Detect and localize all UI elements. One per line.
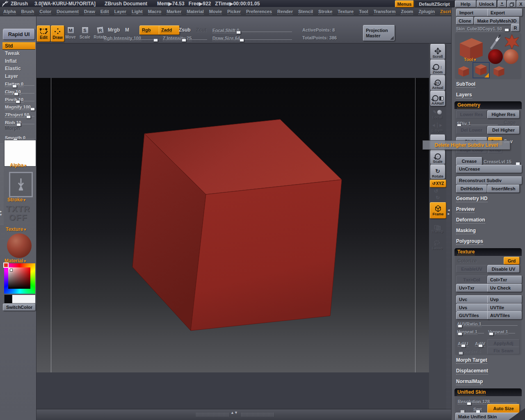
tool-recent-cube-2[interactable]	[491, 65, 506, 78]
rapid-ui-button[interactable]: Rapid UI	[3, 29, 35, 40]
del-lower-button[interactable]: Del Lower	[456, 126, 487, 134]
brush-elastic[interactable]: Elastic	[5, 66, 34, 73]
alpha-menu-label[interactable]: Alpha▼	[10, 162, 27, 168]
tool-name-slider[interactable]: Skin_Cube3DCopy1. 50	[456, 25, 509, 31]
uvc-button[interactable]: Uvc	[456, 295, 490, 304]
tx-border-slider[interactable]: TxBorder 4	[457, 347, 485, 353]
brush-clay-slider[interactable]: Clay 10	[5, 88, 34, 94]
move-button[interactable]: M Move	[64, 25, 77, 41]
resolution-handle[interactable]	[467, 402, 471, 405]
menu-brush[interactable]: Brush	[21, 9, 34, 15]
restore-window-button[interactable]	[507, 0, 516, 7]
tool-thumb-brush[interactable]	[489, 34, 502, 50]
hrepeat-handle[interactable]	[458, 332, 462, 336]
rotate-y-icon[interactable]: ↺	[434, 188, 438, 194]
menu-tool[interactable]: Tool	[359, 9, 368, 15]
morph-target-section[interactable]: Morph Target	[456, 357, 487, 364]
menu-movie[interactable]: Movie	[209, 9, 222, 15]
tool-menu-label[interactable]: Tool▼	[464, 57, 477, 62]
auv-ratio-handle[interactable]	[458, 324, 462, 328]
brush-std[interactable]: Std	[2, 42, 35, 50]
help-button[interactable]: Help	[455, 0, 476, 7]
geometry-hd-section[interactable]: Geometry HD	[456, 196, 488, 202]
geometry-section-header[interactable]: Geometry	[454, 101, 522, 109]
lsym-button[interactable]: ◄┆► L.Sym	[430, 121, 445, 133]
sdiv-slider[interactable]: SDiv 1	[457, 119, 498, 126]
z-intensity-slider[interactable]: Z Intensity 25	[163, 34, 207, 40]
rotate-z-icon[interactable]: ↻	[436, 195, 440, 201]
uvtile-button[interactable]: UVTile	[487, 304, 522, 312]
right-tray-divider[interactable]	[446, 43, 451, 409]
menu-edit[interactable]: Edit	[100, 9, 109, 15]
smt-slider[interactable]: Smt	[473, 405, 486, 411]
switch-color-button[interactable]: SwitchColor	[3, 304, 36, 311]
uvs-button[interactable]: Uvs	[456, 304, 490, 312]
scroll-doc-button[interactable]: Scroll	[430, 44, 445, 59]
sdns-slider[interactable]: Sdns	[458, 405, 470, 411]
menu-transform[interactable]: Transform	[374, 9, 396, 15]
draw-size-slider[interactable]: Draw Size 64	[212, 34, 292, 40]
brush-flatten-slider[interactable]: Flatten 0	[5, 80, 34, 86]
tool-thumb-star[interactable]	[504, 34, 520, 50]
menu-preferences[interactable]: Preferences	[246, 9, 272, 15]
uv-to-txr-button[interactable]: Uv>Txr	[456, 284, 490, 292]
texture-section-header[interactable]: Texture	[454, 248, 522, 256]
guvtiles-button[interactable]: GUVTiles	[456, 311, 490, 320]
zcut-button[interactable]: Zcut	[196, 27, 206, 33]
zadd-button[interactable]: Zadd	[159, 25, 180, 35]
grd-button[interactable]: Grd	[504, 257, 520, 265]
hrepeat-slider[interactable]: Hrepeat 1	[457, 328, 484, 334]
tray-expand-icon[interactable]: ▸▾	[0, 210, 2, 217]
col-to-txr-button[interactable]: Col>Txr	[487, 276, 522, 284]
focal-shift-slider[interactable]: Focal Shift 0	[212, 26, 292, 32]
brush-blob-slider[interactable]: Blob 10	[5, 119, 34, 125]
mrgb-button[interactable]: Mrgb	[108, 27, 120, 33]
panel-collapse-icon[interactable]: ◄►	[446, 208, 451, 216]
color-picker[interactable]	[4, 263, 35, 294]
import-button[interactable]: Import	[456, 9, 490, 16]
lasso-button[interactable]: Lasso	[430, 237, 445, 251]
masking-section[interactable]: Masking	[456, 228, 476, 234]
uncrease-button[interactable]: UnCrease	[456, 165, 522, 173]
cube-3d-object[interactable]	[36, 78, 429, 372]
brush-morph[interactable]: Morph	[5, 126, 20, 131]
r-button[interactable]: R	[511, 24, 520, 32]
brush-pinch-slider[interactable]: Pinch 10	[5, 96, 34, 102]
tool-name-handle[interactable]	[504, 28, 509, 32]
txr-to-col-button[interactable]: Txr>Col	[456, 276, 487, 284]
menu-zoom[interactable]: Zoom	[401, 9, 413, 15]
tx-border-handle[interactable]	[459, 352, 463, 355]
flatten-handle[interactable]	[12, 84, 17, 88]
actual-size-button[interactable]: x1 Actual	[430, 75, 445, 91]
enable-uv-button[interactable]: EnableUV	[456, 265, 487, 273]
aa-half-button[interactable]: AAHalf	[430, 91, 445, 106]
focal-shift-handle[interactable]	[236, 31, 241, 34]
menu-draw[interactable]: Draw	[84, 9, 95, 15]
z-intensity-handle[interactable]	[182, 39, 186, 42]
displacement-section[interactable]: Displacement	[456, 368, 488, 374]
polygroups-section[interactable]: Polygroups	[456, 238, 483, 245]
primary-color-swatch[interactable]	[12, 294, 36, 304]
layers-section[interactable]: Layers	[456, 92, 472, 98]
texture-off-thumbnail[interactable]: TXTR OFF	[0, 204, 36, 221]
disable-uv-button[interactable]: Disable UV	[487, 265, 520, 273]
menu-color[interactable]: Color	[39, 9, 51, 15]
lower-res-button[interactable]: Lower Res	[456, 110, 487, 119]
fix-seam-button[interactable]: Fix Seam	[487, 347, 520, 354]
crease-button[interactable]: Crease	[456, 157, 482, 165]
brush-zproject-slider[interactable]: ZProject 50	[5, 111, 34, 117]
tray-handle-hatch[interactable]	[196, 413, 229, 417]
stroke-thumbnail[interactable]	[9, 172, 33, 197]
crease-lvl-slider[interactable]: CreaseLvl 15	[484, 158, 520, 164]
local-button[interactable]: ✎ Local	[430, 106, 445, 120]
edit-button[interactable]: Edit	[37, 25, 50, 42]
projection-master-button[interactable]: Projection Master	[363, 25, 395, 41]
deformation-section[interactable]: Deformation	[456, 217, 485, 224]
m-button[interactable]: M	[125, 27, 129, 33]
menu-texture[interactable]: Texture	[338, 9, 354, 15]
brush-smooth-slider[interactable]: Smooth 0	[5, 134, 34, 140]
unlock-button[interactable]: Unlock	[477, 0, 497, 7]
tool-recent-cube-selected[interactable]	[472, 62, 490, 78]
menu-marker[interactable]: Marker	[167, 9, 181, 15]
transp-button[interactable]: Transp	[430, 221, 445, 234]
